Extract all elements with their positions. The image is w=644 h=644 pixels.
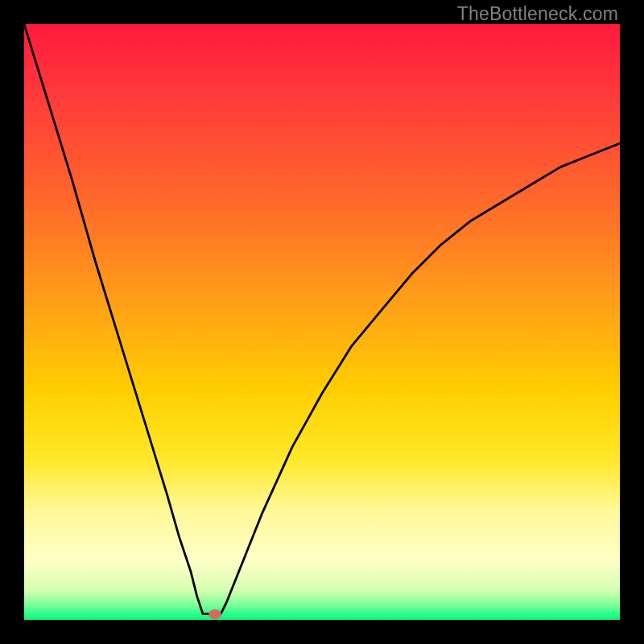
minimum-marker-icon xyxy=(208,609,221,619)
bottleneck-curve-path xyxy=(24,24,620,614)
curve-svg xyxy=(24,24,620,620)
chart-frame: TheBottleneck.com xyxy=(0,0,644,644)
watermark-text: TheBottleneck.com xyxy=(457,3,618,25)
plot-area xyxy=(24,24,620,620)
